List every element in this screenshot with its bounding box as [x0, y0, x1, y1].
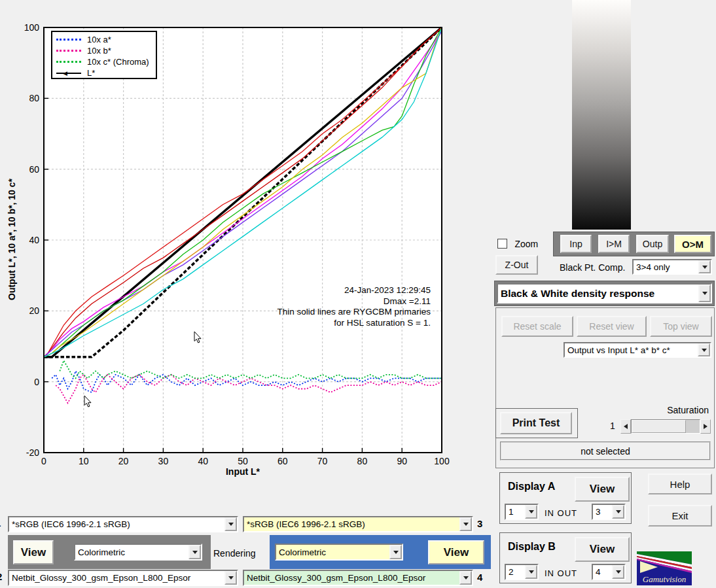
display-b-view-button[interactable]: View — [575, 537, 630, 562]
annotation-note-1: Thin solid lines are RYGCBM primaries — [249, 307, 431, 318]
print-test-button[interactable]: Print Test — [500, 412, 572, 434]
intent-right-value: Colorimetric — [276, 545, 389, 559]
slider-track[interactable] — [631, 419, 700, 434]
saturation-value: 1 — [610, 421, 615, 431]
tick-label-y: -20 — [26, 447, 39, 458]
saturation-slider[interactable] — [620, 419, 711, 434]
plot-annotation: 24-Jan-2023 12:29:45 Dmax =2.11 Thin sol… — [249, 285, 431, 328]
chevron-down-icon[interactable] — [224, 517, 237, 531]
display-a-out-value: 3 — [593, 505, 612, 519]
display-b-in-value: 2 — [506, 565, 525, 579]
display-a-inout-label: IN OUT — [545, 508, 577, 518]
l-star-swatch: ◀ — [56, 73, 81, 74]
profile-3-value: *sRGB (IEC6 1996-2.1 sRGB) — [244, 517, 459, 531]
status-bar: not selected — [500, 441, 711, 460]
display-a-out-select[interactable]: 3 — [592, 504, 626, 520]
reset-view-button[interactable]: Reset view — [577, 316, 647, 337]
tick-label-x: 40 — [198, 456, 208, 466]
legend-item-b: 10x b* — [52, 45, 156, 56]
legend-label: 10x c* (Chroma) — [87, 57, 149, 67]
i-to-m-button[interactable]: I>M — [598, 235, 630, 253]
inp-button[interactable]: Inp — [560, 235, 592, 253]
chevron-down-icon[interactable] — [525, 505, 537, 519]
chevron-down-icon[interactable] — [188, 545, 201, 559]
mouse-cursor — [84, 395, 92, 408]
display-b-out-value: 4 — [593, 565, 612, 579]
tick-label-x: 90 — [397, 456, 407, 466]
slider-thumb[interactable] — [632, 420, 686, 433]
tick-label-y: 80 — [29, 93, 39, 103]
annotation-date: 24-Jan-2023 12:29:45 — [249, 285, 431, 296]
display-a-group: Display A View 1 IN OUT 3 — [499, 472, 632, 524]
profile-3-select[interactable]: *sRGB (IEC6 1996-2.1 sRGB) — [243, 516, 473, 532]
display-b-out-select[interactable]: 4 — [592, 564, 626, 580]
a-star-swatch — [56, 39, 81, 41]
y-axis-label: Output L*, 10 a*, 10 b*, 10 c* — [7, 154, 17, 324]
view-right-button[interactable]: View — [428, 540, 484, 564]
profile-4-select[interactable]: Netbit_Glossy_300_gsm_Epson_L800_Epsor — [243, 570, 473, 586]
chevron-down-icon[interactable] — [459, 517, 472, 531]
chevron-down-icon[interactable] — [698, 285, 711, 302]
help-button[interactable]: Help — [648, 474, 712, 494]
legend-item-l: ◀ L* — [52, 67, 156, 78]
tick-label-y: 0 — [34, 377, 39, 387]
reset-scale-button[interactable]: Reset scale — [501, 316, 573, 337]
legend-label: L* — [87, 68, 95, 78]
tick-label-x: 10 — [79, 456, 89, 466]
rendering-panel-left: View Colorimetric — [8, 535, 211, 569]
z-out-button[interactable]: Z-Out — [495, 255, 538, 275]
o-to-m-button[interactable]: O>M — [674, 235, 711, 253]
display-b-group: Display B View 2 IN OUT 4 — [499, 532, 632, 583]
profile-2-select[interactable]: Netbit_Glossy_300_gsm_Epson_L800_Epsor — [8, 570, 238, 586]
chevron-down-icon[interactable] — [224, 571, 237, 585]
chevron-down-icon[interactable] — [612, 505, 624, 519]
display-b-in-select[interactable]: 2 — [505, 564, 539, 580]
profile-1-select[interactable]: *sRGB (IEC6 1996-2.1 sRGB) — [8, 516, 238, 532]
profile-2-index: 2 — [0, 571, 2, 582]
chevron-down-icon[interactable] — [459, 571, 472, 585]
output-vs-input-select[interactable]: Output vs Input L* a* b* c* — [564, 342, 711, 358]
gamutvision-window: 0102030405060708090100-20020406080100 Ou… — [0, 0, 716, 588]
chevron-down-icon[interactable] — [612, 565, 624, 579]
display-a-view-button[interactable]: View — [575, 477, 630, 502]
tick-label-x: 0 — [41, 456, 46, 466]
zoom-checkbox[interactable]: Zoom — [497, 237, 538, 249]
annotation-note-2: for HSL saturation S = 1. — [249, 318, 431, 329]
display-a-in-select[interactable]: 1 — [505, 504, 539, 520]
tick-label-x: 70 — [317, 456, 328, 466]
tick-label-y: 100 — [24, 22, 40, 33]
profile-4-index: 4 — [477, 572, 482, 583]
output-vs-input-value: Output vs Input L* a* b* c* — [565, 343, 698, 356]
chevron-down-icon[interactable] — [389, 545, 402, 559]
slider-left-arrow-icon[interactable] — [620, 419, 631, 434]
zoom-checkbox-label: Zoom — [514, 239, 538, 249]
chevron-down-icon[interactable] — [698, 260, 711, 273]
black-pt-comp-select[interactable]: 3>4 only — [632, 259, 712, 275]
checkbox-box[interactable] — [497, 239, 507, 249]
slider-right-arrow-icon[interactable] — [700, 419, 711, 434]
tick-label-x: 60 — [277, 456, 288, 466]
intent-left-value: Colorimetric — [75, 545, 188, 559]
x-axis-label: Input L* — [190, 466, 296, 477]
grayscale-ramp — [572, 0, 631, 230]
intent-right-select[interactable]: Colorimetric — [275, 544, 403, 561]
legend-label: 10x b* — [87, 46, 111, 56]
tick-label-y: 60 — [29, 164, 39, 175]
chevron-down-icon[interactable] — [698, 343, 710, 356]
tick-label-x: 20 — [118, 456, 129, 466]
saturation-label: Saturation — [667, 405, 709, 415]
outp-button[interactable]: Outp — [636, 235, 669, 253]
exit-button[interactable]: Exit — [648, 505, 712, 527]
view-left-button[interactable]: View — [13, 540, 54, 564]
annotation-dmax: Dmax =2.11 — [249, 296, 431, 307]
legend-item-c: 10x c* (Chroma) — [52, 56, 156, 67]
profile-1-index: 1 — [0, 517, 1, 528]
display-a-in-value: 1 — [506, 505, 525, 519]
rendering-label: Rendering — [213, 548, 256, 559]
c-star-swatch — [56, 61, 81, 63]
intent-left-select[interactable]: Colorimetric — [74, 544, 202, 561]
top-view-button[interactable]: Top view — [650, 316, 712, 337]
view-mode-select[interactable]: Black & White density response — [497, 283, 712, 303]
chevron-down-icon[interactable] — [525, 565, 537, 579]
plot-options-panel: Reset scale Reset view Top view Output v… — [495, 307, 715, 468]
